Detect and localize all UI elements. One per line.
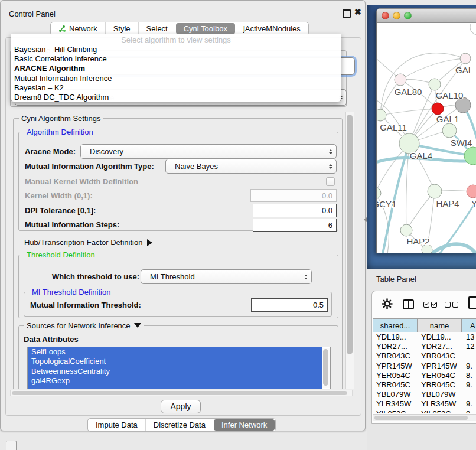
settings-horizontal-scrollbar[interactable] <box>10 390 353 396</box>
table-row[interactable]: YPR145WYPR145W9. <box>373 361 476 371</box>
table-row[interactable]: YDL19...YDL19...13 <box>373 332 476 342</box>
tab-style-label: Style <box>113 24 131 33</box>
table-row[interactable]: YER054CYER054C8. <box>373 371 476 380</box>
scrollbar-thumb[interactable] <box>374 416 468 420</box>
table-row[interactable]: YDR27...YDR27...12 <box>373 342 476 351</box>
close-traffic-light-icon[interactable] <box>382 12 389 19</box>
node-gal10[interactable] <box>429 79 441 90</box>
columns-icon[interactable] <box>403 299 414 309</box>
table-row[interactable]: YLR345WYLR345W9. <box>373 399 476 409</box>
apply-button[interactable]: Apply <box>161 400 201 413</box>
table-row[interactable]: YIL052CYIL052C9. <box>373 409 476 413</box>
algorithm-option-mutual-information[interactable]: Mutual Information Inference <box>11 74 341 83</box>
tab-discretize-data-label: Discretize Data <box>154 420 206 429</box>
hub-definition-label: Hub/Transcription Factor Definition <box>24 238 142 247</box>
scrollbar-thumb[interactable] <box>347 115 353 354</box>
collapsed-panel-icon[interactable] <box>6 441 17 450</box>
float-window-icon[interactable] <box>343 9 351 18</box>
attribute-item[interactable]: SelfLoops <box>28 347 322 357</box>
hub-definition-expander[interactable]: Hub/Transcription Factor Definition <box>24 238 152 247</box>
node-hap4[interactable] <box>428 184 442 198</box>
close-icon[interactable]: ✖ <box>354 7 361 17</box>
algorithm-dropdown-popup: Select algorithm to view settings Bayesi… <box>11 34 341 102</box>
node-label: GCY1 <box>377 199 396 209</box>
sources-group-title[interactable]: Sources for Network Inference <box>24 321 144 330</box>
stepper-icon <box>325 164 336 169</box>
kernel-width-label: Kernel Width (0,1): <box>25 191 93 200</box>
tab-select[interactable]: Select <box>139 22 175 35</box>
minimize-traffic-light-icon[interactable] <box>393 12 400 19</box>
table-row[interactable]: YBR043CYBR043C <box>373 351 476 361</box>
algorithm-option-bayesian-hill[interactable]: Bayesian – Hill Climbing <box>11 45 341 54</box>
aracne-mode-combobox[interactable]: Discovery <box>80 144 337 159</box>
settings-vertical-scrollbar[interactable] <box>345 112 354 389</box>
which-threshold-value: MI Threshold <box>141 272 301 281</box>
data-attributes-list: SelfLoops TopologicalCoefficient Between… <box>27 347 331 389</box>
scrollbar-thumb[interactable] <box>12 391 347 395</box>
network-icon <box>58 25 66 32</box>
cyni-algorithm-settings-group: Cyni Algorithm Settings Algorithm Defini… <box>13 118 343 389</box>
network-canvas[interactable]: GAL GAL80 GAL10 GAL1 GAL11 SWI4 GAL4 GCY… <box>377 24 476 253</box>
zoom-traffic-light-icon[interactable] <box>404 12 412 19</box>
table-body: YDL19...YDL19...13 YDR27...YDR27...12 YB… <box>373 332 476 413</box>
stepper-icon <box>325 149 336 154</box>
mi-steps-input[interactable]: 6 <box>253 219 337 232</box>
column-header-a[interactable]: A <box>461 318 476 332</box>
network-view-window[interactable]: GAL GAL80 GAL10 GAL1 GAL11 SWI4 GAL4 GCY… <box>376 8 476 253</box>
gear-icon[interactable] <box>382 298 393 311</box>
table-horizontal-scrollbar[interactable] <box>373 414 476 421</box>
kernel-width-input[interactable]: 0.0 <box>250 189 337 202</box>
which-threshold-label: Which threshold to use: <box>52 272 139 281</box>
algorithm-definition-title: Algorithm Definition <box>24 128 96 136</box>
mi-threshold-label: Mutual Information Threshold: <box>30 301 141 309</box>
node-hap2[interactable] <box>400 224 412 236</box>
mi-algorithm-type-combobox[interactable]: Naive Bayes <box>165 159 337 174</box>
algorithm-option-dream8[interactable]: Dream8 DC_TDC Algorithm <box>11 93 341 102</box>
network-window-titlebar[interactable] <box>377 9 476 23</box>
tab-impute-data[interactable]: Impute Data <box>88 419 146 431</box>
list-scrollbar[interactable] <box>322 348 330 388</box>
split-pane-collapse-handle[interactable] <box>361 217 367 222</box>
tab-jactivemnodules[interactable]: jActiveMNodules <box>236 22 308 35</box>
deselect-all-checkboxes-icon[interactable] <box>445 302 458 308</box>
manual-kernel-width-checkbox[interactable] <box>326 177 335 186</box>
mi-threshold-input[interactable]: 0.5 <box>251 298 328 312</box>
algorithm-definition-group: Algorithm Definition Aracne Mode: Discov… <box>18 132 338 231</box>
which-threshold-combobox[interactable]: MI Threshold <box>141 269 312 284</box>
table-panel: shared... name A YDL19...YDL19...13 YDR2… <box>371 291 476 424</box>
tab-cyni-toolbox[interactable]: Cyni Toolbox <box>176 23 235 34</box>
column-header-name[interactable]: name <box>417 318 462 332</box>
algorithm-option-bayesian-k2[interactable]: Bayesian – K2 <box>11 83 341 93</box>
tab-infer-network[interactable]: Infer Network <box>214 419 275 431</box>
tab-select-label: Select <box>146 24 168 33</box>
node-gal11[interactable] <box>377 109 386 121</box>
table-row[interactable]: YBL079WYBL079W <box>373 390 476 399</box>
attribute-item[interactable] <box>28 386 322 389</box>
attribute-item[interactable]: TopologicalCoefficient <box>28 357 322 366</box>
table-row[interactable]: YBR045CYBR045C9. <box>373 380 476 390</box>
node-label: GAL10 <box>436 90 464 100</box>
tab-network[interactable]: Network <box>51 22 106 35</box>
algorithm-option-basic-correlation[interactable]: Basic Correlation Inference <box>11 54 341 64</box>
tab-cyni-toolbox-label: Cyni Toolbox <box>184 24 227 33</box>
manual-kernel-width-label: Manual Kernel Width Definition <box>25 177 138 186</box>
dpi-tolerance-input[interactable]: 0.0 <box>253 204 337 217</box>
tab-discretize-data[interactable]: Discretize Data <box>146 419 213 431</box>
column-header-shared[interactable]: shared... <box>373 318 418 332</box>
attribute-item[interactable]: BetweennessCentrality <box>28 367 322 376</box>
data-attributes-label: Data Attributes <box>24 335 79 344</box>
node-salmon[interactable] <box>467 185 476 198</box>
node-gcy1[interactable] <box>377 187 381 199</box>
node-swi4[interactable] <box>442 123 457 138</box>
attribute-item[interactable]: gal4RGexp <box>28 376 322 386</box>
node-gal1[interactable] <box>432 103 444 115</box>
node-label: GAL1 <box>436 114 459 124</box>
select-all-checkboxes-icon[interactable] <box>423 302 437 308</box>
node-gal-top[interactable] <box>460 53 471 64</box>
algorithm-option-aracne[interactable]: ARACNE Algorithm <box>11 64 341 73</box>
tab-style[interactable]: Style <box>106 22 139 35</box>
sources-group: Sources for Network Inference Data Attri… <box>18 325 338 389</box>
cyni-algorithm-settings-title: Cyni Algorithm Settings <box>19 114 103 123</box>
node-gal80[interactable] <box>395 74 406 86</box>
document-icon[interactable] <box>468 296 476 309</box>
